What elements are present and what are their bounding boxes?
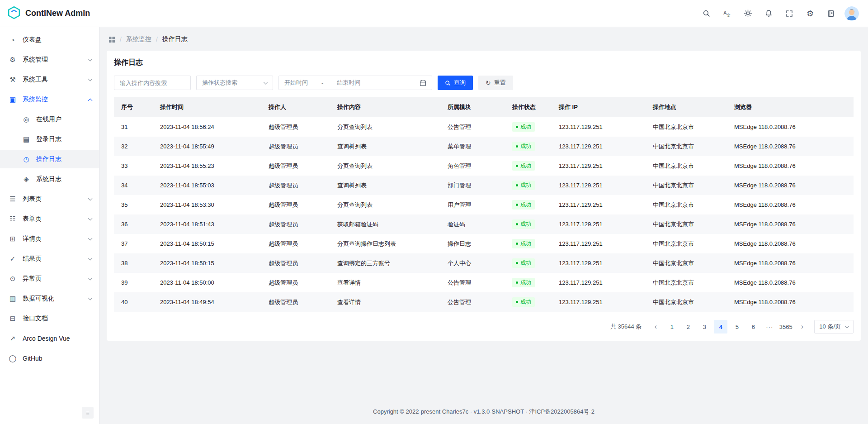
info-circle-icon: ⊙	[9, 275, 16, 283]
cell-content: 获取邮箱验证码	[330, 214, 440, 234]
table-row: 392023-11-04 18:50:00超级管理员查看详情公告管理成功123.…	[114, 273, 854, 292]
status-badge: 成功	[512, 278, 535, 287]
sidebar-item-detail-pages[interactable]: ⊞详情页	[0, 230, 99, 248]
sidebar-item-dashboard[interactable]: ◔仪表盘	[0, 31, 99, 49]
sidebar-item-label: 接口文档	[23, 314, 92, 323]
column-header: 操作内容	[330, 97, 440, 117]
status-label: 成功	[520, 220, 531, 228]
cell-location: 中国北京北京市	[646, 195, 727, 214]
sidebar-item-result-pages[interactable]: ✓结果页	[0, 250, 99, 268]
cell-user: 超级管理员	[261, 214, 330, 234]
fullscreen-button[interactable]	[782, 6, 797, 21]
sidebar-item-github[interactable]: ◯GitHub	[0, 349, 99, 367]
user-icon: ◎	[23, 115, 30, 124]
cell-content: 查看详情	[330, 292, 440, 312]
column-header: 操作状态	[505, 97, 552, 117]
status-badge: 成功	[512, 297, 535, 307]
chevron-down-icon	[88, 57, 93, 62]
app-grid-button[interactable]	[824, 6, 838, 21]
cell-module: 部门管理	[440, 176, 505, 195]
sidebar-item-api-docs[interactable]: ⊟接口文档	[0, 310, 99, 328]
content-search-input[interactable]	[114, 76, 191, 90]
cell-status: 成功	[505, 195, 552, 214]
header-search-button[interactable]	[699, 6, 713, 21]
cell-module: 公告管理	[440, 273, 505, 292]
query-button[interactable]: 查询	[438, 76, 473, 90]
cell-location: 中国北京北京市	[646, 156, 727, 176]
status-badge: 成功	[512, 181, 535, 190]
cell-content: 查询树列表	[330, 176, 440, 195]
sidebar-item-exception-pages[interactable]: ⊙异常页	[0, 270, 99, 288]
sidebar-item-label: 系统管理	[23, 56, 89, 64]
prev-page-button[interactable]: ‹	[649, 320, 662, 333]
cell-no: 34	[114, 176, 153, 195]
chevron-down-icon	[88, 196, 93, 201]
notifications-button[interactable]	[761, 6, 776, 21]
pagination-page-5[interactable]: 5	[730, 320, 744, 333]
status-badge: 成功	[512, 161, 535, 171]
pagination-page-1[interactable]: 1	[665, 320, 679, 333]
footer: Copyright © 2022-present Charles7c · v1.…	[99, 398, 868, 424]
next-page-button[interactable]: ›	[795, 320, 809, 333]
cell-time: 2023-11-04 18:49:54	[153, 292, 261, 312]
sidebar-item-label: 表单页	[23, 215, 89, 223]
cell-no: 40	[114, 292, 153, 312]
pagination-page-6[interactable]: 6	[746, 320, 760, 333]
pagination-page-3565[interactable]: 3565	[779, 320, 793, 333]
cell-browser: MSEdge 118.0.2088.76	[727, 253, 854, 273]
cell-no: 31	[114, 117, 153, 137]
page-size-select[interactable]: 10 条/页	[814, 320, 854, 333]
sidebar-item-data-visualization[interactable]: ▥数据可视化	[0, 290, 99, 308]
cell-time: 2023-11-04 18:55:23	[153, 156, 261, 176]
cell-content: 查询绑定的三方账号	[330, 253, 440, 273]
sidebar-item-label: 系统工具	[23, 76, 89, 84]
sidebar-item-operation-logs[interactable]: ◴操作日志	[0, 150, 99, 168]
cell-ip: 123.117.129.251	[552, 156, 646, 176]
apps-grid-icon[interactable]	[108, 36, 115, 43]
sidebar-item-online-users[interactable]: ◎在线用户	[0, 110, 99, 129]
tools-icon: ⚒	[9, 76, 16, 84]
breadcrumb-item-system-monitor[interactable]: 系统监控	[126, 35, 151, 43]
settings-gear-icon: ⚙	[807, 9, 814, 19]
status-dot-icon	[516, 165, 518, 167]
translate-button[interactable]: A文	[720, 6, 734, 21]
sidebar-item-system-logs[interactable]: ◈系统日志	[0, 170, 99, 188]
sidebar-item-system-tools[interactable]: ⚒系统工具	[0, 71, 99, 89]
sidebar-item-list-pages[interactable]: ☰列表页	[0, 190, 99, 208]
status-label: 成功	[520, 181, 531, 189]
status-label: 成功	[520, 123, 531, 131]
operation-log-card: 操作日志 操作状态搜索 开始时间 - 结束时间	[107, 51, 861, 341]
pagination-page-3[interactable]: 3	[698, 320, 711, 333]
cell-browser: MSEdge 118.0.2088.76	[727, 234, 854, 253]
brand[interactable]: ContiNew Admin	[7, 6, 90, 21]
cell-no: 35	[114, 195, 153, 214]
status-badge: 成功	[512, 122, 535, 132]
operation-log-table: 序号操作时间操作人操作内容所属模块操作状态操作 IP操作地点浏览器 312023…	[114, 97, 854, 312]
sidebar-item-login-logs[interactable]: ▤登录日志	[0, 130, 99, 148]
sidebar-collapse-button[interactable]: ≡	[82, 407, 94, 419]
settings-button[interactable]: ⚙	[803, 6, 817, 21]
cell-ip: 123.117.129.251	[552, 176, 646, 195]
sidebar-item-form-pages[interactable]: ☷表单页	[0, 210, 99, 228]
sidebar-item-label: 异常页	[23, 275, 89, 283]
sidebar-item-system-monitor[interactable]: ▣系统监控	[0, 91, 99, 109]
date-range-picker[interactable]: 开始时间 - 结束时间	[278, 76, 432, 90]
cell-user: 超级管理员	[261, 176, 330, 195]
status-select[interactable]: 操作状态搜索	[196, 76, 273, 90]
theme-toggle-button[interactable]	[741, 6, 755, 21]
cell-time: 2023-11-04 18:50:15	[153, 253, 261, 273]
pagination-page-2[interactable]: 2	[681, 320, 695, 333]
search-icon	[703, 10, 710, 17]
reset-button[interactable]: ↻ 重置	[478, 76, 513, 90]
refresh-icon: ↻	[486, 80, 491, 86]
sidebar-item-label: 结果页	[23, 255, 89, 263]
app-title: ContiNew Admin	[25, 9, 90, 18]
cell-time: 2023-11-04 18:50:00	[153, 273, 261, 292]
sidebar-item-arco-design-vue[interactable]: ↗Arco Design Vue	[0, 329, 99, 348]
detail-icon: ⊞	[9, 235, 16, 243]
pagination-page-4[interactable]: 4	[714, 320, 727, 333]
cell-time: 2023-11-04 18:53:30	[153, 195, 261, 214]
sidebar-item-system-management[interactable]: ⚙系统管理	[0, 51, 99, 69]
cell-status: 成功	[505, 156, 552, 176]
user-avatar[interactable]	[844, 6, 859, 21]
